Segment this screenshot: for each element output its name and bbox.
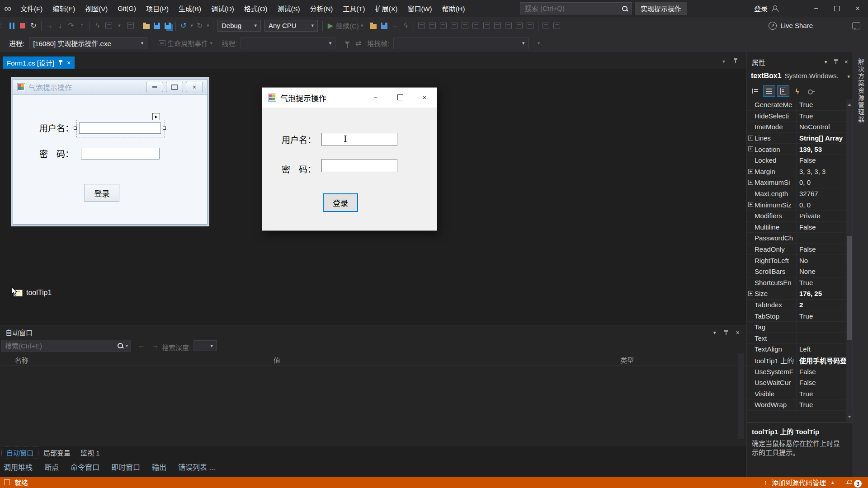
properties-position-dropdown-icon[interactable]: ▾	[825, 59, 827, 65]
property-value[interactable]: 139, 53	[796, 144, 847, 155]
active-files-dropdown-icon[interactable]: ▾	[722, 58, 725, 65]
properties-view-button[interactable]	[777, 85, 789, 97]
properties-scrollbar[interactable]	[846, 99, 853, 422]
menu-item[interactable]: 分析(N)	[305, 0, 338, 17]
menu-item[interactable]: 窗口(W)	[402, 0, 437, 17]
autos-search-input[interactable]	[4, 342, 117, 350]
property-row[interactable]: Lines String[] Array	[747, 133, 847, 144]
property-value[interactable]: 2	[796, 300, 847, 310]
expand-icon[interactable]	[748, 202, 753, 207]
menu-item[interactable]: 调试(D)	[206, 0, 239, 17]
property-row[interactable]: Margin 3, 3, 3, 3	[747, 166, 847, 178]
property-row[interactable]: UseSystemF False	[747, 366, 847, 377]
bottom-window-tab[interactable]: 命令窗口	[71, 461, 99, 472]
property-value[interactable]: False	[796, 377, 847, 388]
expand-icon[interactable]	[748, 169, 753, 174]
sign-in-label[interactable]: 登录	[754, 4, 768, 13]
designer-password-textbox[interactable]	[81, 148, 160, 160]
runtime-username-textbox[interactable]	[321, 133, 397, 146]
document-tab-form1-design[interactable]: Form1.cs [设计] ×	[3, 56, 75, 69]
save-all-button[interactable]	[162, 20, 173, 31]
menu-item[interactable]: Git(G)	[113, 0, 141, 17]
property-value[interactable]: True	[796, 399, 847, 410]
close-button[interactable]: ×	[847, 0, 868, 17]
background-tasks-icon[interactable]	[4, 479, 10, 485]
property-value[interactable]: False	[796, 222, 847, 233]
runtime-close-button[interactable]: ×	[412, 88, 437, 107]
property-value[interactable]: No	[796, 255, 847, 266]
quick-find-button[interactable]	[379, 20, 390, 31]
property-row[interactable]: HideSelecti True	[747, 111, 847, 122]
property-row[interactable]: toolTip1 上的 使用手机号码登	[747, 355, 847, 366]
property-value[interactable]: 32767	[796, 188, 847, 199]
resize-handle-left[interactable]	[74, 127, 77, 130]
toolbar-overflow-icon[interactable]: ▾	[533, 38, 544, 49]
runtime-form[interactable]: 气泡提示操作 − × 用户名： I 密 码： 登录	[262, 87, 437, 231]
object-selector-dropdown-icon[interactable]: ▾	[847, 74, 850, 80]
property-row[interactable]: Text	[747, 333, 847, 344]
runtime-password-textbox[interactable]	[321, 159, 397, 172]
find-in-files-button[interactable]	[368, 20, 379, 31]
property-row[interactable]: Location 139, 53	[747, 144, 847, 155]
property-row[interactable]: Visible True	[747, 388, 847, 399]
runtime-login-button[interactable]: 登录	[323, 193, 358, 212]
property-value[interactable]: Private	[796, 211, 847, 221]
notification-count-badge[interactable]: 3	[854, 480, 862, 488]
bottom-window-tab[interactable]: 输出	[152, 461, 166, 472]
menu-item[interactable]: 生成(B)	[174, 0, 206, 17]
expand-icon[interactable]	[748, 136, 753, 141]
menu-item[interactable]: 格式(O)	[239, 0, 273, 17]
user-account-icon[interactable]	[771, 5, 778, 12]
bottom-window-tab[interactable]: 即时窗口	[111, 461, 140, 472]
search-options-dropdown-icon[interactable]: ▾	[126, 343, 128, 348]
designer-username-textbox[interactable]	[79, 122, 161, 134]
notifications-bell-icon[interactable]	[847, 480, 852, 485]
scroll-down-icon[interactable]	[848, 416, 851, 420]
property-row[interactable]: GenerateMe True	[747, 99, 847, 111]
menu-item[interactable]: 编辑(E)	[47, 0, 80, 17]
source-control-dropdown-icon[interactable]: ▲	[830, 480, 835, 485]
property-row[interactable]: TextAlign Left	[747, 344, 847, 355]
menu-item[interactable]: 测试(S)	[272, 0, 305, 17]
scroll-up-icon[interactable]	[848, 102, 851, 106]
designer-form-titlebar[interactable]: 气泡提示操作 ×	[13, 80, 207, 95]
autos-vertical-scrollbar[interactable]	[738, 353, 744, 439]
add-to-source-control-button[interactable]: 添加到源代码管理	[772, 478, 826, 487]
sign-in-area[interactable]: 登录	[754, 0, 778, 17]
float-pin-icon[interactable]	[733, 58, 738, 64]
property-value[interactable]: True	[796, 111, 847, 122]
runtime-minimize-button[interactable]: −	[363, 88, 388, 107]
property-value[interactable]: None	[796, 266, 847, 277]
property-row[interactable]: ShortcutsEn True	[747, 277, 847, 289]
designer-password-label[interactable]: 密 码：	[39, 147, 74, 160]
expand-icon[interactable]	[748, 146, 753, 151]
bottom-window-tab[interactable]: 断点	[44, 461, 59, 472]
property-row[interactable]: Multiline False	[747, 222, 847, 233]
property-value[interactable]: String[] Array	[796, 133, 847, 144]
autos-search-box[interactable]: ▾	[1, 340, 131, 352]
property-value[interactable]: 3, 3, 3, 3	[796, 166, 847, 177]
property-row[interactable]: MaximumSi 0, 0	[747, 177, 847, 188]
open-file-button[interactable]	[141, 20, 151, 31]
column-header[interactable]: 类型	[620, 355, 634, 365]
properties-pin-icon[interactable]	[834, 59, 838, 65]
autos-pin-icon[interactable]	[724, 330, 728, 335]
property-value[interactable]: NoControl	[796, 122, 847, 132]
bottom-window-tab[interactable]: 调用堆栈	[4, 461, 33, 472]
menu-item[interactable]: 项目(P)	[141, 0, 174, 17]
toolbar-grip[interactable]: ⁞	[0, 22, 6, 29]
property-row[interactable]: TabStop True	[747, 310, 847, 322]
property-value[interactable]	[796, 233, 847, 244]
minimize-button[interactable]: −	[806, 0, 826, 17]
designer-login-button[interactable]: 登录	[85, 184, 119, 202]
property-row[interactable]: Size 176, 25	[747, 288, 847, 300]
quick-search-box[interactable]	[520, 2, 632, 14]
property-row[interactable]: ImeMode NoControl	[747, 122, 847, 133]
column-header[interactable]: 名称	[15, 355, 28, 365]
property-row[interactable]: Modifiers Private	[747, 211, 847, 222]
feedback-icon[interactable]	[851, 20, 862, 31]
expand-icon[interactable]	[748, 291, 753, 296]
tray-item-tooltip1[interactable]: toolTip1	[14, 289, 52, 297]
expand-icon[interactable]	[748, 180, 753, 185]
save-button[interactable]	[151, 20, 162, 31]
